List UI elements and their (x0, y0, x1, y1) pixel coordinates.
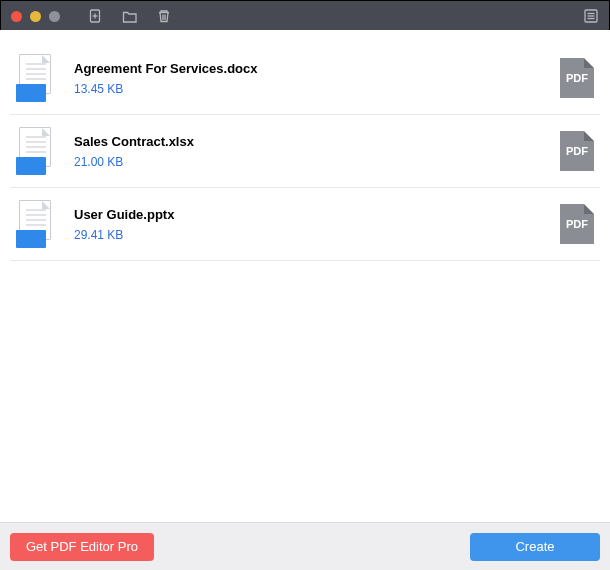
pdf-output-icon: PDF (560, 204, 594, 244)
document-icon (16, 127, 58, 175)
file-size: 29.41 KB (74, 228, 544, 242)
get-pro-button[interactable]: Get PDF Editor Pro (10, 533, 154, 561)
footer-bar: Get PDF Editor Pro Create (0, 522, 610, 570)
titlebar (1, 1, 609, 31)
window-minimize-button[interactable] (30, 11, 41, 22)
window-zoom-button (49, 11, 60, 22)
list-view-icon[interactable] (583, 8, 599, 24)
add-folder-icon[interactable] (122, 8, 138, 24)
file-name: Agreement For Services.docx (74, 61, 544, 76)
pdf-label: PDF (566, 145, 588, 157)
list-item[interactable]: Agreement For Services.docx 13.45 KB PDF (10, 42, 600, 115)
pdf-output-icon: PDF (560, 131, 594, 171)
document-icon (16, 54, 58, 102)
create-button[interactable]: Create (470, 533, 600, 561)
pdf-output-icon: PDF (560, 58, 594, 98)
list-item[interactable]: User Guide.pptx 29.41 KB PDF (10, 188, 600, 261)
add-file-icon[interactable] (88, 8, 104, 24)
file-size: 21.00 KB (74, 155, 544, 169)
window-close-button[interactable] (11, 11, 22, 22)
delete-icon[interactable] (156, 8, 172, 24)
file-list: Agreement For Services.docx 13.45 KB PDF… (0, 30, 610, 522)
document-icon (16, 200, 58, 248)
list-item[interactable]: Sales Contract.xlsx 21.00 KB PDF (10, 115, 600, 188)
file-name: User Guide.pptx (74, 207, 544, 222)
pdf-label: PDF (566, 218, 588, 230)
file-size: 13.45 KB (74, 82, 544, 96)
file-name: Sales Contract.xlsx (74, 134, 544, 149)
pdf-label: PDF (566, 72, 588, 84)
